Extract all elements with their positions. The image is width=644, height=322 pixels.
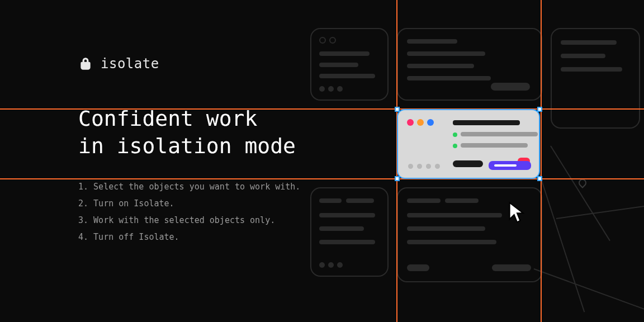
headline: Confident work in isolation mode [78, 105, 391, 159]
status-dot-icon [453, 132, 457, 137]
isolated-card[interactable] [397, 109, 540, 179]
steps-list: Select the objects you want to work with… [78, 178, 391, 245]
isolate-logo-icon [78, 56, 93, 71]
pill-dark [453, 160, 483, 167]
card-content-lines [453, 120, 529, 154]
selection-handle[interactable] [537, 176, 542, 181]
brand: isolate [78, 56, 391, 72]
wireframe-map [551, 140, 644, 319]
dot-orange-icon [417, 119, 424, 126]
wireframe-panel [551, 28, 640, 129]
cursor-icon [508, 201, 527, 224]
step-item: Turn off Isolate. [78, 229, 391, 245]
card-actions [453, 158, 530, 170]
wireframe-panel [397, 28, 542, 101]
dot-blue-icon [427, 119, 434, 126]
window-dots [407, 119, 434, 126]
selection-handle[interactable] [395, 176, 400, 181]
pill-purple [489, 161, 531, 170]
step-item: Work with the selected objects only. [78, 212, 391, 229]
guide-vertical [541, 0, 542, 322]
selection-handle[interactable] [395, 107, 400, 112]
dot-pink-icon [407, 119, 414, 126]
brand-name: isolate [101, 56, 159, 72]
selection-handle[interactable] [537, 107, 542, 112]
status-dot-icon [453, 144, 457, 148]
card-pagination-dots [408, 164, 440, 169]
step-item: Select the objects you want to work with… [78, 178, 391, 195]
step-item: Turn on Isolate. [78, 195, 391, 212]
